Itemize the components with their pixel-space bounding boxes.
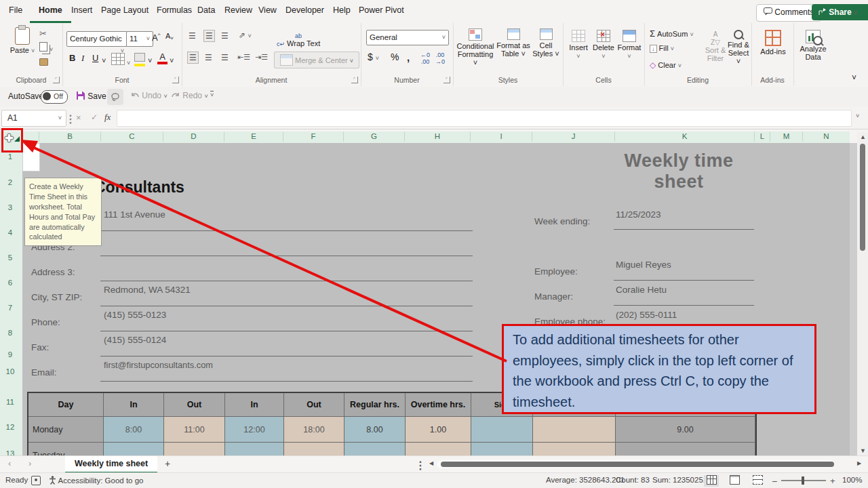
fill-color-chevron-icon[interactable]: ˅: [148, 56, 152, 64]
column-header-f[interactable]: F: [283, 131, 343, 142]
row-header-8[interactable]: 8: [0, 329, 20, 337]
italic-button[interactable]: I: [81, 53, 84, 64]
new-sheet-button[interactable]: +: [165, 458, 170, 469]
vertical-scrollbar[interactable]: ▲ ▼: [857, 132, 868, 455]
align-right-button[interactable]: ☰: [221, 53, 229, 62]
cell-monday-out1[interactable]: 11:00: [164, 417, 225, 443]
sheet-tab-menu-icon[interactable]: ⋮: [415, 459, 426, 472]
insert-function-icon[interactable]: fx: [104, 112, 111, 123]
column-header-n[interactable]: N: [802, 131, 850, 142]
column-header-l[interactable]: L: [754, 131, 770, 142]
cell-tuesday-in2[interactable]: [225, 443, 284, 455]
col-header-in1[interactable]: In: [104, 393, 164, 417]
row-header-9[interactable]: 9: [0, 350, 20, 359]
format-as-table-button[interactable]: Format asTable ˅: [496, 28, 530, 58]
column-header-g[interactable]: G: [343, 131, 404, 142]
zoom-in-button[interactable]: +: [830, 476, 835, 486]
zoom-slider-thumb[interactable]: [802, 476, 804, 485]
clear-button[interactable]: ◇ Clear ˅: [650, 60, 701, 70]
row-header-2[interactable]: 2: [0, 178, 20, 186]
bold-button[interactable]: B: [69, 53, 75, 63]
row-header-11[interactable]: 11: [0, 398, 20, 406]
fill-button[interactable]: ↓ Fill ˅: [650, 44, 701, 52]
cell-monday-in2[interactable]: 12:00: [225, 417, 284, 443]
wrap-text-button[interactable]: abc↵ Wrap Text: [277, 31, 320, 47]
sheet-nav-right-icon[interactable]: ›: [28, 458, 31, 468]
row-header-6[interactable]: 6: [0, 279, 20, 287]
row-header-12[interactable]: 12: [0, 423, 20, 431]
cell-monday-sick[interactable]: [471, 417, 533, 443]
autosum-button[interactable]: Σ AutoSum ˅: [650, 28, 701, 39]
sheet-tab-weekly-time-sheet[interactable]: Weekly time sheet: [65, 456, 157, 473]
cell-monday-personal[interactable]: [533, 417, 616, 443]
cell-tuesday-personal[interactable]: [533, 443, 616, 455]
zoom-level[interactable]: 100%: [842, 476, 862, 484]
fill-color-button[interactable]: [134, 53, 145, 66]
tab-power-pivot[interactable]: Power Pivot: [350, 0, 413, 21]
font-dialog-launcher[interactable]: ⌟: [172, 77, 179, 83]
col-header-overtime[interactable]: Overtime hrs.: [406, 393, 471, 417]
normal-view-button[interactable]: [704, 475, 719, 487]
align-bottom-button[interactable]: ☰: [221, 31, 229, 41]
namebox-menu-icon[interactable]: ⋮: [65, 113, 76, 125]
align-left-button[interactable]: ☰: [187, 52, 199, 64]
row-header-5[interactable]: 5: [0, 253, 20, 262]
cell-tuesday-sick[interactable]: [471, 443, 533, 455]
cell-tuesday-total[interactable]: [616, 443, 755, 455]
increase-decimal-button[interactable]: ←0.00: [420, 52, 430, 65]
status-average[interactable]: Average: 3528643.201: [546, 476, 625, 484]
col-header-regular[interactable]: Regular hrs.: [344, 393, 406, 417]
conditional-formatting-button[interactable]: ConditionalFormatting ˅: [456, 28, 495, 66]
decrease-indent-button[interactable]: ⇤☰: [237, 53, 250, 62]
font-size-combo[interactable]: 11 ˅: [126, 31, 153, 47]
cell-tuesday-out2[interactable]: [284, 443, 344, 455]
underline-button[interactable]: U: [92, 53, 98, 63]
cell-monday-regular[interactable]: 8.00: [344, 417, 406, 443]
zoom-slider[interactable]: [781, 480, 826, 481]
paste-button[interactable]: Paste ˅: [8, 27, 37, 54]
shrink-font-button[interactable]: A˅: [165, 32, 174, 41]
cell-monday-day[interactable]: Monday: [28, 417, 104, 443]
decrease-decimal-button[interactable]: .00→0: [435, 52, 445, 65]
column-header-d[interactable]: D: [163, 131, 224, 142]
column-header-b[interactable]: B: [39, 131, 100, 142]
column-header-i[interactable]: I: [470, 131, 532, 142]
alignment-dialog-launcher[interactable]: ⌟: [351, 77, 358, 83]
column-header-c[interactable]: C: [100, 131, 163, 142]
share-button[interactable]: Share ˅: [812, 4, 868, 20]
zoom-out-button[interactable]: −: [772, 476, 777, 487]
col-header-out2[interactable]: Out: [284, 393, 344, 417]
align-center-button[interactable]: ☰: [205, 53, 212, 62]
cell-tuesday-out1[interactable]: [164, 443, 225, 455]
sheet-nav-left-icon[interactable]: ‹: [8, 458, 11, 468]
scroll-up-icon[interactable]: ▲: [860, 134, 866, 140]
underline-chevron-icon[interactable]: ˅: [102, 56, 106, 64]
copy-button[interactable]: ˅: [39, 42, 53, 53]
insert-cells-button[interactable]: Insert˅: [567, 30, 590, 60]
row-header-10[interactable]: 10: [0, 367, 20, 375]
row-header-3[interactable]: 3: [0, 203, 20, 211]
align-top-button[interactable]: ☰: [189, 31, 196, 41]
page-break-view-button[interactable]: [750, 475, 765, 487]
number-dialog-launcher[interactable]: ⌟: [443, 77, 450, 83]
clipboard-dialog-launcher[interactable]: ⌟: [53, 77, 60, 83]
status-sum[interactable]: Sum: 123502512: [652, 476, 712, 484]
autosave-toggle[interactable]: Off: [41, 90, 68, 104]
delete-cells-button[interactable]: ×Delete˅: [591, 30, 616, 60]
cell-monday-overtime[interactable]: 1.00: [406, 417, 471, 443]
percent-style-button[interactable]: %: [391, 52, 399, 62]
expand-formula-bar-icon[interactable]: ˅: [856, 113, 859, 119]
row-header-7[interactable]: 7: [0, 304, 20, 312]
font-color-button[interactable]: A: [157, 52, 167, 64]
find-select-button[interactable]: Find &Select ˅: [727, 30, 750, 65]
save-button[interactable]: Save: [76, 91, 106, 101]
format-cells-button[interactable]: Format˅: [617, 30, 642, 60]
accessibility-status[interactable]: Accessibility: Good to go: [49, 476, 143, 485]
col-header-day[interactable]: Day: [28, 393, 104, 417]
horizontal-scrollbar[interactable]: [437, 460, 834, 468]
column-header-h[interactable]: H: [404, 131, 470, 142]
orientation-button[interactable]: ⇗ ˅: [239, 30, 252, 40]
row-header-4[interactable]: 4: [0, 228, 20, 237]
format-painter-button[interactable]: [39, 58, 48, 67]
number-format-combo[interactable]: General ˅: [366, 30, 449, 45]
